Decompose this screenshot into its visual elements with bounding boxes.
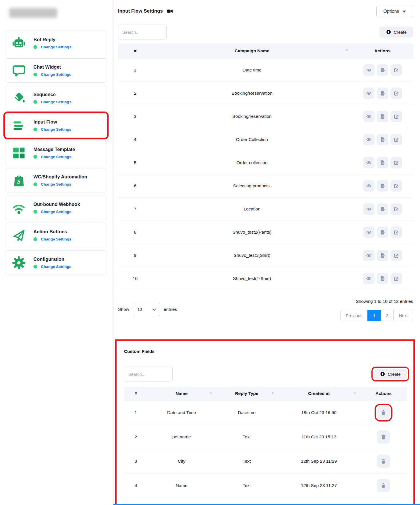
export-button[interactable] [377,88,388,99]
sidebar-item-input-flow[interactable]: Input Flow Change Settings [5,113,107,138]
sidebar-item-out-bound-webhook[interactable]: Out-bound Webhook Change Settings [5,196,107,220]
status-dot-icon [33,100,37,104]
edit-button[interactable] [391,273,402,284]
change-settings-link[interactable]: Change Settings [41,155,71,159]
sort-icon[interactable]: ↑↓ [271,391,274,395]
sidebar-item-action-buttons[interactable]: Action Buttons Change Settings [5,223,107,247]
table-row: 7 Location [118,198,413,221]
trash-icon [381,410,386,415]
eye-icon [366,229,372,235]
status-dot-icon [33,155,37,159]
edit-icon [393,137,399,142]
column-header-reply-type: Reply Type ↑↓ [215,387,278,401]
status-dot-icon [33,182,37,186]
edit-icon [393,114,399,119]
edit-button[interactable] [391,134,402,145]
create-button[interactable]: Create [379,27,413,37]
sidebar: Bot Reply Change Settings Chat Widget Ch… [0,0,113,505]
sidebar-item-label: Out-bound Webhook [33,202,80,207]
edit-button[interactable] [391,157,402,168]
view-button[interactable] [363,250,375,261]
plus-circle-icon [380,371,385,377]
search-input[interactable] [118,25,167,39]
eye-icon [366,160,372,166]
edit-button[interactable] [391,88,402,99]
export-button[interactable] [377,111,388,122]
custom-fields-table: # Name ↑↓ Reply Type ↑↓ Created at ↑↓ [124,387,407,505]
trash-icon [381,458,386,464]
export-button[interactable] [377,64,388,76]
options-button[interactable]: Options [376,6,413,17]
bottom-edge-strip [113,504,420,505]
edit-icon [393,229,399,235]
sidebar-item-message-template[interactable]: Message Template Change Settings [5,141,107,165]
export-button[interactable] [377,226,388,238]
view-button[interactable] [363,111,375,122]
video-camera-icon[interactable] [167,8,173,14]
export-button[interactable] [377,203,388,215]
page-size-select[interactable]: 10 [133,303,160,316]
change-settings-link[interactable]: Change Settings [41,182,71,186]
change-settings-link[interactable]: Change Settings [41,210,71,214]
export-button[interactable] [377,157,388,168]
edit-button[interactable] [391,203,402,215]
view-button[interactable] [363,134,375,145]
file-export-icon [380,229,385,235]
export-button[interactable] [377,273,388,284]
delete-button[interactable] [377,430,390,444]
sidebar-item-label: Action Buttons [33,229,71,234]
next-page-button[interactable]: Next [393,310,413,321]
edit-button[interactable] [391,180,402,192]
app-logo [9,8,57,18]
status-dot-icon [33,237,37,241]
edit-button[interactable] [391,111,402,122]
previous-page-button[interactable]: Previous [340,310,368,321]
sidebar-item-wc-shopify-automation[interactable]: WC/Shopify Automation Change Settings [5,168,107,192]
change-settings-link[interactable]: Change Settings [41,100,71,104]
custom-fields-create-button[interactable]: Create [373,369,407,379]
sidebar-item-bot-reply[interactable]: Bot Reply Change Settings [5,31,107,55]
page-button-1[interactable]: 1 [367,310,381,321]
custom-fields-search-input[interactable] [124,367,173,381]
view-button[interactable] [363,203,375,215]
page: Bot Reply Change Settings Chat Widget Ch… [0,0,420,505]
status-dot-icon [33,45,37,49]
view-button[interactable] [363,64,375,76]
column-header-num: # [124,387,148,401]
edit-button[interactable] [391,64,402,76]
view-button[interactable] [363,88,375,99]
view-button[interactable] [363,273,375,284]
edit-button[interactable] [391,250,402,261]
delete-button[interactable] [377,455,390,468]
sidebar-item-configuration[interactable]: Configuration Change Settings [5,250,107,275]
sort-icon[interactable]: ↑↓ [354,391,356,395]
table-row: 3 Booking/reservation [118,105,413,128]
delete-button[interactable] [377,406,390,419]
sort-icon[interactable]: ↑↓ [209,391,211,395]
export-button[interactable] [377,180,388,192]
export-button[interactable] [377,134,388,145]
column-header-actions: Actions [352,43,413,59]
page-button-2[interactable]: 2 [381,310,394,321]
view-button[interactable] [363,226,375,238]
sidebar-item-chat-widget[interactable]: Chat Widget Change Settings [5,58,107,83]
change-settings-link[interactable]: Change Settings [41,127,71,132]
sidebar-item-sequence[interactable]: Sequence Change Settings [5,86,107,110]
export-button[interactable] [377,250,388,261]
eye-icon [366,252,372,258]
change-settings-link[interactable]: Change Settings [41,265,71,269]
section-title: Custom Fields [124,349,407,354]
status-dot-icon [33,128,37,131]
trash-icon [381,483,386,488]
view-button[interactable] [363,157,375,168]
view-button[interactable] [363,180,375,192]
column-header-name: Name ↑↓ [148,387,216,401]
table-row: 1 Date and Time Datetime 18th Oct 23 16:… [124,401,407,425]
delete-button[interactable] [377,479,390,492]
change-settings-link[interactable]: Change Settings [41,45,71,49]
sort-icon[interactable]: ↑↓ [345,47,348,52]
edit-button[interactable] [391,226,402,238]
file-export-icon [380,137,385,142]
change-settings-link[interactable]: Change Settings [41,237,71,241]
change-settings-link[interactable]: Change Settings [41,72,71,77]
